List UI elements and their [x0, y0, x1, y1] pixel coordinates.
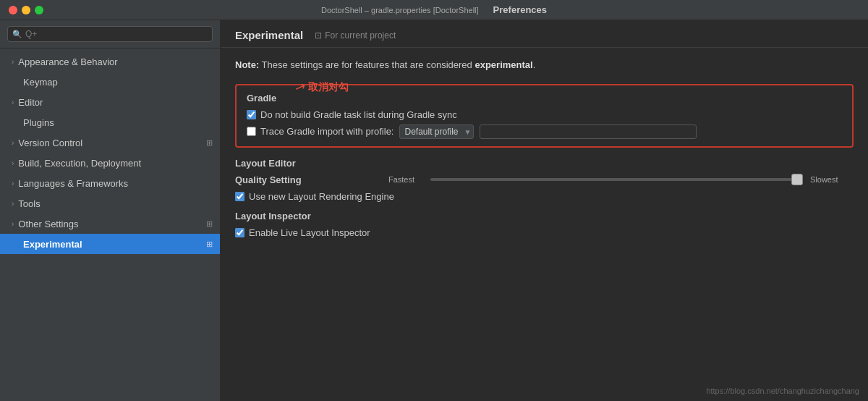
- note-bold: experimental: [475, 59, 532, 70]
- maximize-button[interactable]: [35, 6, 43, 14]
- quality-setting-row: Quality Setting Fastest Slowest: [235, 174, 854, 185]
- minimize-button[interactable]: [22, 6, 30, 14]
- project-icon: ⊡: [315, 30, 322, 41]
- annotation-label: 取消对勾: [308, 81, 349, 94]
- expand-arrow-icon: ›: [12, 139, 14, 147]
- gradle-checkbox2-label[interactable]: Trace Gradle import with profile:: [247, 126, 393, 137]
- sidebar-item-label: Experimental: [12, 239, 203, 250]
- slider-label-slowest: Slowest: [810, 175, 854, 184]
- subtitle-text: For current project: [325, 30, 396, 41]
- sidebar-item-version-control[interactable]: › Version Control ⊞: [0, 132, 220, 153]
- search-bar: 🔍: [0, 20, 220, 48]
- layout-rendering-label[interactable]: Use new Layout Rendering Engine: [235, 191, 394, 202]
- quality-label: Quality Setting: [235, 174, 380, 185]
- sidebar-item-keymap[interactable]: Keymap: [0, 72, 220, 92]
- search-wrapper[interactable]: 🔍: [7, 26, 213, 42]
- expand-arrow-icon: ›: [12, 98, 14, 106]
- gradle-checkbox2-row: Trace Gradle import with profile: Defaul…: [247, 124, 842, 139]
- content-subtitle: ⊡ For current project: [315, 30, 396, 41]
- sidebar-item-label: Keymap: [23, 77, 213, 88]
- profile-select[interactable]: Default profile: [399, 124, 474, 139]
- sidebar-item-label: Plugins: [23, 117, 213, 128]
- sidebar-item-label: Version Control: [18, 138, 203, 148]
- profile-select-wrapper: Default profile ▼: [399, 124, 474, 139]
- content-title: Experimental: [235, 29, 303, 41]
- annotation: ↙ 取消对勾: [294, 80, 349, 96]
- sidebar-item-label: Other Settings: [18, 219, 203, 229]
- content-area: Experimental ⊡ For current project Note:…: [221, 20, 868, 401]
- sidebar-item-other-settings[interactable]: › Other Settings ⊞: [0, 214, 220, 234]
- close-button[interactable]: [9, 6, 17, 14]
- sidebar-item-label: Editor: [18, 97, 213, 108]
- footer-url: https://blog.csdn.net/changhuzichangchan…: [706, 387, 859, 395]
- gradle-checkbox1-row: Do not build Gradle task list during Gra…: [247, 109, 842, 120]
- profile-text-input[interactable]: [480, 124, 697, 139]
- gradle-checkbox1-label[interactable]: Do not build Gradle task list during Gra…: [247, 109, 457, 120]
- window-controls: [9, 6, 43, 14]
- search-icon: 🔍: [12, 30, 22, 39]
- main-container: 🔍 › Appearance & Behavior Keymap › Edito…: [0, 20, 868, 401]
- gradle-checkbox2-text: Trace Gradle import with profile:: [260, 126, 393, 137]
- expand-arrow-icon: ›: [12, 58, 14, 66]
- live-layout-text: Enable Live Layout Inspector: [249, 227, 370, 238]
- note-text: Note: These settings are for features th…: [235, 58, 854, 72]
- layout-rendering-text: Use new Layout Rendering Engine: [249, 191, 394, 202]
- content-body: Note: These settings are for features th…: [221, 48, 868, 401]
- sidebar-item-label: Languages & Frameworks: [18, 178, 213, 189]
- sidebar-item-label: Build, Execution, Deployment: [18, 158, 213, 169]
- layout-rendering-checkbox[interactable]: [235, 192, 244, 201]
- note-prefix: Note:: [235, 59, 259, 70]
- sidebar-item-tools[interactable]: › Tools: [0, 193, 220, 214]
- layout-inspector-title: Layout Inspector: [235, 211, 854, 221]
- gradle-checkbox1[interactable]: [247, 110, 256, 119]
- sidebar-item-experimental[interactable]: Experimental ⊞: [0, 234, 220, 254]
- gradle-checkbox1-text: Do not build Gradle task list during Gra…: [260, 109, 457, 120]
- badge-icon: ⊞: [206, 219, 213, 229]
- content-header: Experimental ⊡ For current project: [221, 20, 868, 48]
- layout-rendering-row: Use new Layout Rendering Engine: [235, 191, 854, 202]
- slider-label-fastest: Fastest: [380, 175, 423, 184]
- sidebar: 🔍 › Appearance & Behavior Keymap › Edito…: [0, 20, 221, 401]
- search-input[interactable]: [25, 29, 208, 39]
- live-layout-checkbox[interactable]: [235, 228, 244, 237]
- expand-arrow-icon: ›: [12, 180, 14, 187]
- note-body: These settings are for features that are…: [259, 59, 475, 70]
- sidebar-item-plugins[interactable]: Plugins: [0, 112, 220, 132]
- layout-editor-title: Layout Editor: [235, 158, 854, 169]
- annotation-arrow-icon: ↙: [292, 78, 308, 97]
- sidebar-item-build[interactable]: › Build, Execution, Deployment: [0, 153, 220, 173]
- preferences-title: Preferences: [493, 4, 547, 15]
- sidebar-item-editor[interactable]: › Editor: [0, 92, 220, 112]
- sidebar-item-appearance[interactable]: › Appearance & Behavior: [0, 51, 220, 72]
- sidebar-item-languages[interactable]: › Languages & Frameworks: [0, 173, 220, 193]
- quality-slider-thumb[interactable]: [791, 174, 803, 185]
- expand-arrow-icon: ›: [12, 200, 14, 208]
- title-bar: DoctorShell – gradle.properties [DoctorS…: [0, 0, 868, 20]
- badge-icon: ⊞: [206, 240, 213, 249]
- sidebar-item-label: Tools: [18, 198, 213, 209]
- layout-inspector-section: Layout Inspector Enable Live Layout Insp…: [235, 211, 854, 238]
- gradle-section: ↙ 取消对勾 Gradle Do not build Gradle task l…: [235, 84, 854, 148]
- note-suffix: .: [533, 59, 536, 70]
- sidebar-item-label: Appearance & Behavior: [18, 56, 213, 67]
- expand-arrow-icon: ›: [12, 159, 14, 167]
- live-layout-row: Enable Live Layout Inspector: [235, 227, 854, 238]
- window-title: DoctorShell – gradle.properties [DoctorS…: [321, 6, 479, 14]
- live-layout-label[interactable]: Enable Live Layout Inspector: [235, 227, 370, 238]
- quality-slider-container: Fastest Slowest: [380, 175, 854, 184]
- sidebar-items: › Appearance & Behavior Keymap › Editor …: [0, 48, 220, 401]
- quality-slider-track[interactable]: [430, 178, 803, 181]
- gradle-checkbox2[interactable]: [247, 127, 256, 136]
- expand-arrow-icon: ›: [12, 220, 14, 228]
- badge-icon: ⊞: [206, 138, 213, 148]
